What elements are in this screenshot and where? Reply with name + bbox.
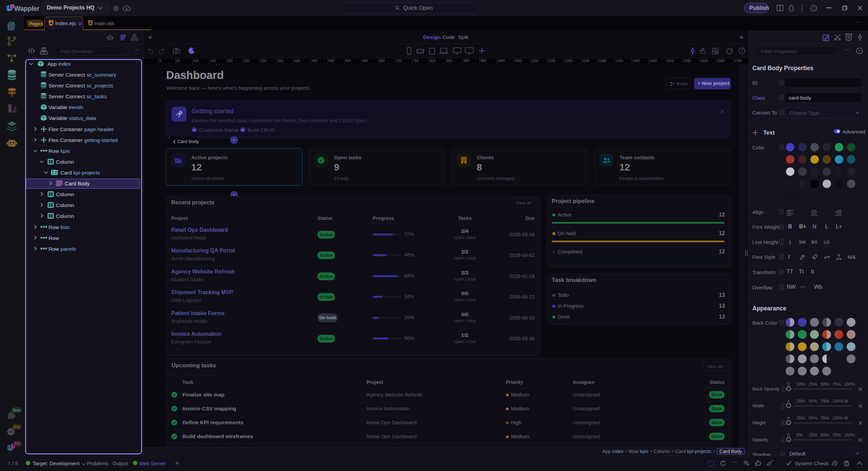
svg-text:?: ? bbox=[859, 49, 861, 53]
svg-text:?: ? bbox=[741, 49, 743, 53]
svg-text:?: ? bbox=[813, 6, 815, 10]
